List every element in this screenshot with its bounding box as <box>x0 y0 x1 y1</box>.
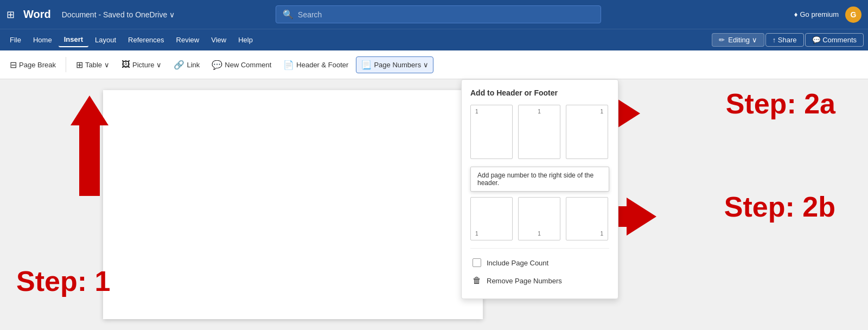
page-number-options-row1: 1 1 1 <box>470 105 609 159</box>
table-button[interactable]: ⊞ Table ∨ <box>72 57 114 73</box>
dropdown-divider <box>470 248 609 249</box>
page-num-top-left: 1 <box>475 109 478 115</box>
link-icon: 🔗 <box>174 60 184 70</box>
page-num-bottom-left: 1 <box>475 231 478 237</box>
step2b-label: Step: 2b <box>724 191 835 223</box>
include-page-count-checkbox[interactable] <box>473 258 481 267</box>
page-num-top-right: 1 <box>600 109 603 115</box>
remove-page-numbers-option[interactable]: 🗑 Remove Page Numbers <box>470 271 609 290</box>
page-numbers-icon: 📃 <box>361 60 372 70</box>
toolbar: ⊟ Page Break ⊞ Table ∨ 🖼 Picture ∨ 🔗 Lin… <box>0 50 868 79</box>
editing-label: Editing ∨ <box>728 36 757 44</box>
page-break-icon: ⊟ <box>10 60 17 70</box>
menu-home[interactable]: Home <box>28 33 58 47</box>
menu-layout[interactable]: Layout <box>90 33 122 47</box>
pencil-icon: ✏ <box>719 36 725 44</box>
table-chevron: ∨ <box>104 61 110 69</box>
menu-review[interactable]: Review <box>171 33 205 47</box>
page-number-options-row2: 1 1 1 <box>470 197 609 240</box>
page-option-top-right[interactable]: 1 <box>566 105 608 159</box>
share-button[interactable]: ↑ Share <box>765 33 804 47</box>
page-option-bottom-right[interactable]: 1 <box>566 197 608 240</box>
include-page-count-option[interactable]: Include Page Count <box>470 254 609 271</box>
dropdown-title: Add to Header or Footer <box>470 88 609 97</box>
title-bar: ⊞ Word Document - Saved to OneDrive ∨ 🔍 … <box>0 0 868 29</box>
search-box[interactable]: 🔍 <box>276 5 601 23</box>
page-num-bottom-center: 1 <box>538 231 541 237</box>
app-name: Word <box>23 8 51 21</box>
remove-page-numbers-label: Remove Page Numbers <box>487 277 562 285</box>
picture-icon: 🖼 <box>122 60 130 69</box>
user-avatar[interactable]: G <box>845 7 861 23</box>
page-break-button[interactable]: ⊟ Page Break <box>5 57 60 73</box>
menu-insert[interactable]: Insert <box>59 33 88 47</box>
page-option-bottom-center[interactable]: 1 <box>518 197 560 240</box>
step2a-label: Step: 2a <box>726 87 835 120</box>
page-numbers-dropdown: Add to Header or Footer 1 1 1 Add page n… <box>461 79 618 299</box>
step1-arrow <box>71 96 108 196</box>
go-premium-button[interactable]: ♦ Go premium <box>794 10 839 18</box>
picture-chevron: ∨ <box>156 61 162 69</box>
divider-1 <box>66 57 66 72</box>
menu-bar: File Home Insert Layout References Revie… <box>0 29 868 50</box>
comments-icon: 💬 <box>812 36 821 44</box>
menu-references[interactable]: References <box>123 33 169 47</box>
doc-title: Document - Saved to OneDrive ∨ <box>62 10 175 19</box>
comments-button[interactable]: 💬 Comments <box>805 33 864 47</box>
new-comment-button[interactable]: 💬 New Comment <box>207 57 276 73</box>
main-area: Step: 1 Add to Header or Footer 1 1 1 Ad… <box>0 79 868 330</box>
search-icon: 🔍 <box>283 9 293 20</box>
tooltip-box: Add page number to the right side of the… <box>470 167 609 192</box>
search-input[interactable] <box>298 10 594 19</box>
title-bar-right: ♦ Go premium G <box>794 7 861 23</box>
page-option-top-left[interactable]: 1 <box>470 105 513 159</box>
page-numbers-chevron: ∨ <box>423 61 429 69</box>
picture-button[interactable]: 🖼 Picture ∨ <box>117 57 166 72</box>
step1-label: Step: 1 <box>16 265 110 297</box>
remove-icon: 🗑 <box>473 276 481 285</box>
diamond-icon: ♦ <box>794 10 798 18</box>
editing-button[interactable]: ✏ Editing ∨ <box>712 33 764 47</box>
link-button[interactable]: 🔗 Link <box>169 57 204 73</box>
grid-icon[interactable]: ⊞ <box>7 9 15 21</box>
include-page-count-label: Include Page Count <box>487 259 548 267</box>
menu-file[interactable]: File <box>4 33 27 47</box>
document-page <box>103 90 483 319</box>
page-option-bottom-left[interactable]: 1 <box>470 197 513 240</box>
share-icon: ↑ <box>773 36 776 44</box>
menu-view[interactable]: View <box>206 33 232 47</box>
page-numbers-button[interactable]: 📃 Page Numbers ∨ <box>356 56 433 73</box>
page-option-top-center[interactable]: 1 <box>518 105 560 159</box>
page-num-top-center: 1 <box>538 109 541 115</box>
header-footer-button[interactable]: 📄 Header & Footer <box>279 57 353 73</box>
new-comment-icon: 💬 <box>212 60 222 70</box>
header-footer-icon: 📄 <box>283 60 294 70</box>
table-icon: ⊞ <box>76 60 83 70</box>
page-num-bottom-right: 1 <box>600 231 603 237</box>
menu-help[interactable]: Help <box>233 33 258 47</box>
